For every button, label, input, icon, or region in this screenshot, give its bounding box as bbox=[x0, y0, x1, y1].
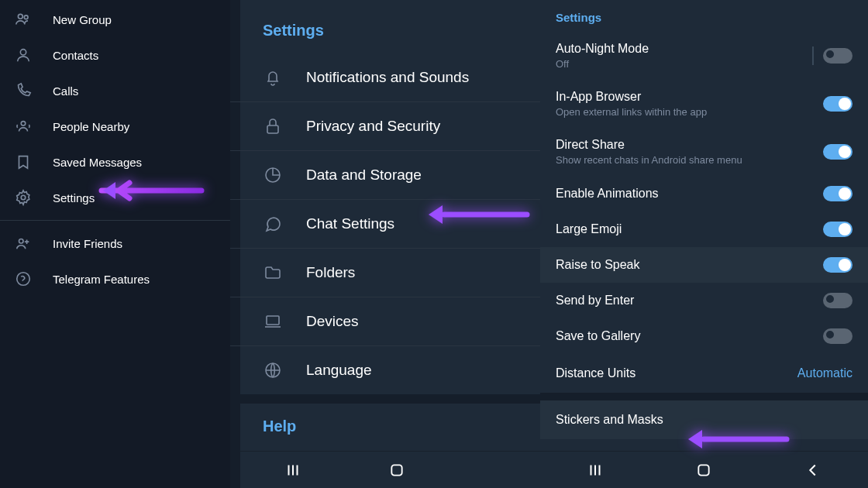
sidebar-label: Invite Friends bbox=[53, 237, 122, 250]
toggle-title: Auto-Night Mode bbox=[556, 42, 812, 56]
row-distance-units[interactable]: Distance Units Automatic bbox=[540, 354, 868, 393]
settings-item-data-storage[interactable]: Data and Storage bbox=[230, 151, 540, 200]
toggle-subtitle: Off bbox=[556, 58, 812, 70]
settings-item-chat-settings[interactable]: Chat Settings bbox=[230, 200, 540, 249]
gear-icon bbox=[14, 188, 33, 207]
pie-icon bbox=[263, 165, 283, 185]
sidebar-label: Telegram Features bbox=[53, 273, 150, 286]
phone-icon bbox=[14, 81, 33, 100]
settings-label: Privacy and Security bbox=[306, 118, 440, 135]
svg-rect-11 bbox=[391, 465, 401, 475]
svg-point-4 bbox=[21, 195, 26, 200]
toggle-raise-to-speak[interactable]: Raise to Speak bbox=[540, 247, 868, 283]
toggle-auto-night-mode[interactable]: Auto-Night Mode Off bbox=[540, 32, 868, 80]
value-title: Stickers and Masks bbox=[556, 413, 852, 427]
value-text: Automatic bbox=[797, 366, 852, 380]
toggle-title: Raise to Speak bbox=[556, 258, 823, 272]
sep bbox=[812, 46, 814, 65]
help-header: Help bbox=[230, 404, 540, 449]
lock-icon bbox=[263, 116, 283, 136]
toggle-direct-share[interactable]: Direct Share Show recent chats in Androi… bbox=[540, 128, 868, 176]
sidebar-label: Calls bbox=[53, 84, 78, 98]
sidebar-item-invite-friends[interactable]: Invite Friends bbox=[0, 225, 230, 261]
toggle-in-app-browser[interactable]: In-App Browser Open external links withi… bbox=[540, 80, 868, 128]
toggle-title: Send by Enter bbox=[556, 294, 823, 308]
settings-label: Language bbox=[306, 362, 372, 379]
sidebar-label: Saved Messages bbox=[53, 156, 142, 169]
settings-label: Notifications and Sounds bbox=[306, 69, 469, 86]
toggle-switch[interactable] bbox=[823, 293, 852, 308]
sidebar-item-saved-messages[interactable]: Saved Messages bbox=[0, 144, 230, 180]
help-icon bbox=[14, 270, 33, 288]
home-icon[interactable] bbox=[389, 462, 405, 478]
laptop-icon bbox=[263, 311, 283, 332]
sidebar-item-new-group[interactable]: New Group bbox=[0, 2, 230, 37]
toggle-switch[interactable] bbox=[823, 222, 852, 237]
toggle-switch[interactable] bbox=[823, 96, 852, 112]
sidebar-label: People Nearby bbox=[53, 120, 129, 133]
svg-point-2 bbox=[20, 50, 26, 55]
toggle-switch[interactable] bbox=[823, 257, 852, 273]
sidebar-item-calls[interactable]: Calls bbox=[0, 73, 230, 108]
toggle-subtitle: Show recent chats in Android share menu bbox=[556, 154, 823, 166]
settings-label: Devices bbox=[306, 313, 359, 330]
group-icon bbox=[14, 10, 33, 29]
toggle-switch[interactable] bbox=[823, 144, 852, 160]
toggle-save-to-gallery[interactable]: Save to Gallery bbox=[540, 318, 868, 354]
nearby-icon bbox=[14, 117, 33, 136]
sidebar-item-settings[interactable]: Settings bbox=[0, 180, 230, 215]
toggle-title: Save to Gallery bbox=[556, 329, 823, 343]
bookmark-icon bbox=[14, 153, 33, 171]
svg-point-5 bbox=[19, 239, 24, 244]
settings-item-language[interactable]: Language bbox=[230, 346, 540, 394]
toggle-subtitle: Open external links within the app bbox=[556, 106, 823, 118]
settings-label: Chat Settings bbox=[306, 215, 394, 232]
globe-icon bbox=[263, 360, 283, 380]
contact-icon bbox=[14, 46, 33, 64]
sidebar-label: New Group bbox=[53, 13, 112, 26]
back-icon[interactable] bbox=[804, 462, 822, 479]
svg-point-3 bbox=[21, 122, 26, 126]
home-icon[interactable] bbox=[696, 462, 711, 478]
toggle-title: Direct Share bbox=[556, 138, 823, 152]
sidebar: New Group Contacts Calls People Nearby S… bbox=[0, 0, 230, 488]
folder-icon bbox=[263, 263, 283, 283]
bell-icon bbox=[263, 67, 283, 88]
toggle-title: Enable Animations bbox=[556, 187, 823, 201]
settings-item-folders[interactable]: Folders bbox=[230, 249, 540, 297]
settings-header: Settings bbox=[230, 0, 540, 53]
toggle-title: Large Emoji bbox=[556, 222, 823, 236]
chat-icon bbox=[263, 214, 283, 234]
toggle-large-emoji[interactable]: Large Emoji bbox=[540, 211, 868, 247]
nav-bar: • bbox=[240, 451, 540, 488]
sidebar-item-telegram-features[interactable]: Telegram Features bbox=[0, 261, 230, 297]
toggle-enable-animations[interactable]: Enable Animations bbox=[540, 176, 868, 211]
sidebar-label: Settings bbox=[53, 191, 95, 204]
settings-panel: Settings Notifications and Sounds Privac… bbox=[230, 0, 540, 488]
sidebar-item-contacts[interactable]: Contacts bbox=[0, 37, 230, 73]
settings-label: Data and Storage bbox=[306, 167, 422, 184]
gap bbox=[540, 393, 868, 400]
settings-item-privacy[interactable]: Privacy and Security bbox=[230, 102, 540, 151]
toggle-switch[interactable] bbox=[823, 48, 852, 64]
toggle-send-by-enter[interactable]: Send by Enter bbox=[540, 283, 868, 318]
toggle-switch[interactable] bbox=[823, 328, 852, 344]
toggle-switch[interactable] bbox=[823, 186, 852, 201]
settings-item-notifications[interactable]: Notifications and Sounds bbox=[230, 53, 540, 102]
toggle-title: In-App Browser bbox=[556, 90, 823, 104]
sidebar-label: Contacts bbox=[53, 49, 98, 62]
section-gap bbox=[230, 394, 540, 404]
svg-rect-12 bbox=[699, 465, 709, 475]
nav-bar bbox=[540, 451, 868, 488]
settings-item-devices[interactable]: Devices bbox=[230, 297, 540, 346]
svg-rect-7 bbox=[267, 125, 278, 133]
sidebar-item-people-nearby[interactable]: People Nearby bbox=[0, 108, 230, 144]
divider bbox=[0, 220, 230, 221]
row-stickers-masks[interactable]: Stickers and Masks bbox=[540, 400, 868, 439]
svg-rect-9 bbox=[267, 316, 279, 325]
value-title: Distance Units bbox=[556, 366, 797, 380]
recent-icon[interactable] bbox=[284, 462, 301, 479]
recent-icon[interactable] bbox=[587, 462, 604, 479]
settings-label: Folders bbox=[306, 264, 355, 281]
svg-point-1 bbox=[24, 15, 28, 19]
